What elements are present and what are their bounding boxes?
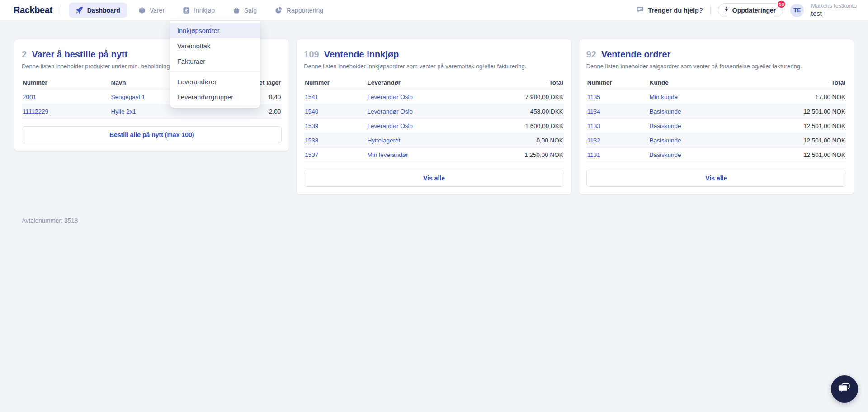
- item-link[interactable]: Hylle 2x1: [111, 108, 137, 115]
- nav-right: Trenger du hjelp? Oppdateringer 10 TE Ma…: [636, 3, 857, 18]
- total-cell: 7 980,00 DKK: [496, 90, 564, 104]
- table-row: 1131Basiskunde12 501,00 NOK: [586, 148, 846, 162]
- column-header: Nummer: [304, 76, 366, 90]
- card-description: Denne listen inneholder salgsordrer som …: [586, 63, 846, 70]
- innkjop-dropdown-menu: InnkjøpsordrerVaremottakFakturaerLeveran…: [170, 21, 260, 108]
- nav-item-label: Varer: [150, 7, 165, 14]
- item-link[interactable]: Min leverandør: [367, 152, 408, 158]
- name-cell: Leverandør Oslo: [366, 90, 496, 104]
- item-link[interactable]: 1132: [587, 137, 600, 144]
- column-header: Nummer: [586, 76, 649, 90]
- column-header: Total: [496, 76, 564, 90]
- item-link[interactable]: Leverandør Oslo: [367, 123, 413, 129]
- number-cell: 1133: [586, 119, 649, 133]
- help-button[interactable]: Trenger du hjelp?: [636, 6, 703, 14]
- main-nav: DashboardVarerInnkjøpSalgRapportering: [69, 3, 330, 18]
- item-link[interactable]: Leverandør Oslo: [367, 108, 413, 115]
- reorder-all-button[interactable]: Bestill alle på nytt (max 100): [22, 126, 282, 143]
- item-link[interactable]: Sengegavl 1: [111, 94, 145, 100]
- show-all-button[interactable]: Vis alle: [304, 170, 564, 187]
- number-cell: 2001: [22, 90, 110, 104]
- item-link[interactable]: 1131: [587, 152, 600, 158]
- menu-item-varemottak[interactable]: Varemottak: [170, 38, 260, 54]
- updates-button[interactable]: Oppdateringer 10: [718, 3, 783, 17]
- item-link[interactable]: 1133: [587, 123, 600, 129]
- box-icon: [138, 7, 146, 14]
- nav-item-innkj-p[interactable]: Innkjøp: [176, 3, 222, 18]
- item-link[interactable]: 2001: [23, 94, 36, 100]
- card-count: 109: [304, 49, 319, 60]
- item-link[interactable]: 1538: [305, 137, 318, 144]
- nav-item-varer[interactable]: Varer: [132, 3, 171, 18]
- number-cell: 1538: [304, 133, 366, 148]
- card-title-link[interactable]: Ventende innkjøp: [324, 49, 399, 60]
- table-row: 1539Leverandør Oslo1 600,00 DKK: [304, 119, 564, 133]
- item-link[interactable]: 1539: [305, 123, 318, 129]
- item-link[interactable]: Basiskunde: [650, 108, 681, 115]
- number-cell: 1537: [304, 148, 366, 162]
- table-row: 1537Min leverandør1 250,00 NOK: [304, 148, 564, 162]
- nav-divider: [710, 5, 711, 16]
- menu-item-fakturaer[interactable]: Fakturaer: [170, 54, 260, 69]
- table-row: 1538Hyttelageret0,00 NOK: [304, 133, 564, 148]
- card-header: 109Ventende innkjøp: [304, 49, 564, 60]
- nav-item-label: Dashboard: [87, 7, 120, 14]
- item-link[interactable]: Hyttelageret: [367, 137, 400, 144]
- nav-item-label: Rapportering: [287, 7, 323, 14]
- item-link[interactable]: 1537: [305, 152, 318, 158]
- item-link[interactable]: 1541: [305, 94, 318, 100]
- account-subname: test: [811, 9, 857, 18]
- table-row: 1540Leverandør Oslo458,00 DKK: [304, 104, 564, 119]
- item-link[interactable]: Leverandør Oslo: [367, 94, 413, 100]
- item-link[interactable]: 1134: [587, 108, 600, 115]
- number-cell: 1134: [586, 104, 649, 119]
- total-cell: 12 501,00 NOK: [778, 133, 846, 148]
- name-cell: Hyttelageret: [366, 133, 496, 148]
- card-count: 92: [586, 49, 596, 60]
- item-link[interactable]: Basiskunde: [650, 152, 681, 158]
- name-cell: Basiskunde: [649, 148, 779, 162]
- name-cell: Basiskunde: [649, 119, 779, 133]
- card-table: NummerLeverandørTotal1541Leverandør Oslo…: [304, 76, 564, 162]
- item-link[interactable]: Basiskunde: [650, 137, 681, 144]
- item-link[interactable]: 1135: [587, 94, 600, 100]
- card-title-link[interactable]: Varer å bestille på nytt: [32, 49, 127, 60]
- dashboard-cards: 2Varer å bestille på nyttDenne listen in…: [14, 39, 854, 194]
- name-cell: Min leverandør: [366, 148, 496, 162]
- show-all-button[interactable]: Vis alle: [586, 170, 846, 187]
- table-row: 1134Basiskunde12 501,00 NOK: [586, 104, 846, 119]
- name-cell: Leverandør Oslo: [366, 104, 496, 119]
- number-cell: 1541: [304, 90, 366, 104]
- avatar[interactable]: TE: [790, 4, 804, 17]
- app-logo[interactable]: Rackbeat: [14, 5, 52, 15]
- pie-chart-icon: [275, 6, 283, 14]
- chat-widget-button[interactable]: [831, 375, 858, 403]
- nav-item-label: Salg: [244, 7, 257, 14]
- card-title-link[interactable]: Ventende ordrer: [601, 49, 670, 60]
- nav-item-dashboard[interactable]: Dashboard: [69, 3, 127, 18]
- menu-item-leverand-rer[interactable]: Leverandører: [170, 74, 260, 90]
- agreement-number: Avtalenummer: 3518: [22, 217, 868, 224]
- nav-item-rapportering[interactable]: Rapportering: [268, 3, 330, 18]
- number-cell: 1540: [304, 104, 366, 119]
- total-cell: 12 501,00 NOK: [778, 104, 846, 119]
- chat-bubble-icon: [636, 6, 644, 14]
- table-header-row: NummerKundeTotal: [586, 76, 846, 90]
- item-link[interactable]: 11112229: [23, 108, 48, 115]
- number-cell: 1539: [304, 119, 366, 133]
- help-label: Trenger du hjelp?: [648, 7, 703, 14]
- menu-item-leverand-rgrupper[interactable]: Leverandørgrupper: [170, 90, 260, 105]
- column-header: Nummer: [22, 76, 110, 90]
- total-cell: 458,00 DKK: [496, 104, 564, 119]
- item-link[interactable]: Min kunde: [650, 94, 678, 100]
- item-link[interactable]: 1540: [305, 108, 318, 115]
- total-cell: 12 501,00 NOK: [778, 119, 846, 133]
- item-link[interactable]: Basiskunde: [650, 123, 681, 129]
- account-info[interactable]: Maikens testkonto test: [811, 3, 857, 18]
- total-cell: 1 250,00 NOK: [496, 148, 564, 162]
- menu-item-innkj-psordrer[interactable]: Innkjøpsordrer: [170, 23, 260, 38]
- nav-item-salg[interactable]: Salg: [226, 3, 264, 18]
- updates-label: Oppdateringer: [732, 7, 776, 14]
- number-cell: 1132: [586, 133, 649, 148]
- card-count: 2: [22, 49, 27, 60]
